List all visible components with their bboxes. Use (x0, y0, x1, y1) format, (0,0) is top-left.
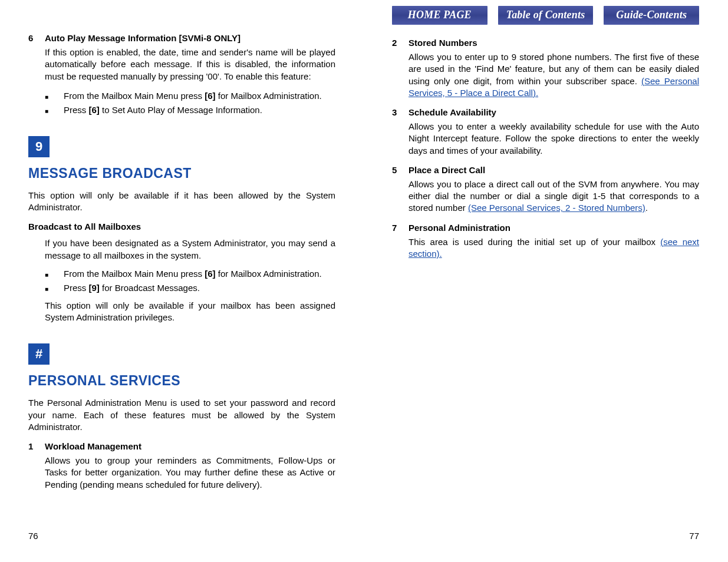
item-number: 1 (28, 441, 45, 491)
section-heading-personal-services: PERSONAL SERVICES (28, 373, 335, 389)
square-bullet-icon: ■ (45, 282, 64, 295)
square-bullet-icon: ■ (45, 104, 64, 117)
bullet-list: ■ From the Mailbox Main Menu press [6] f… (45, 90, 335, 117)
bullet-text: for Mailbox Administration. (216, 269, 322, 279)
guide-contents-button[interactable]: Guide-Contents (604, 6, 699, 25)
section-body: The Personal Administration Menu is used… (28, 397, 335, 433)
item-2: 2 Stored Numbers Allows you to enter up … (392, 38, 699, 99)
section-key-hash: # (28, 343, 50, 365)
page-right: HOME PAGE Table of Contents Guide-Conten… (364, 0, 727, 562)
item-title: Personal Administration (409, 223, 699, 233)
section-heading-broadcast: MESSAGE BROADCAST (28, 166, 335, 181)
bullet-list: ■ From the Mailbox Main Menu press [6] f… (45, 267, 335, 295)
item-5: 5 Place a Direct Call Allows you to plac… (392, 165, 699, 214)
key-ref: [9] (89, 283, 100, 293)
item-title: Place a Direct Call (409, 165, 699, 175)
bullet-text: From the Mailbox Main Menu press (64, 269, 205, 279)
item-body: Allows you to enter a weekly availabilit… (409, 121, 699, 157)
item-number: 2 (392, 38, 409, 99)
bullet-text: Press (64, 283, 89, 293)
subsection-body: If you have been designated as a System … (45, 237, 335, 262)
item-title: Stored Numbers (409, 38, 699, 48)
cross-ref-link[interactable]: (See Personal Services, 2 - Stored Numbe… (468, 203, 645, 213)
list-item: ■ Press [6] to Set Auto Play of Message … (45, 104, 335, 117)
item-3: 3 Schedule Availability Allows you to en… (392, 107, 699, 157)
list-item: ■ From the Mailbox Main Menu press [6] f… (45, 267, 335, 281)
page-number: 76 (28, 531, 38, 541)
home-page-button[interactable]: HOME PAGE (392, 6, 487, 25)
subsection-title: Broadcast to All Mailboxes (28, 222, 335, 232)
bullet-text: to Set Auto Play of Message Information. (100, 105, 262, 115)
bullet-text: From the Mailbox Main Menu press (64, 91, 205, 101)
bullet-text: for Mailbox Administration. (216, 91, 322, 101)
item-body: Allows you to group your reminders as Co… (45, 455, 335, 491)
table-of-contents-button[interactable]: Table of Contents (498, 6, 594, 25)
item-body: Allows you to enter up to 9 stored phone… (409, 51, 699, 99)
item-title: Schedule Availability (409, 107, 699, 117)
item-number: 6 (28, 33, 45, 82)
item-title: Workload Management (45, 441, 335, 451)
item-6: 6 Auto Play Message Information [SVMi-8 … (28, 33, 335, 82)
item-number: 7 (392, 223, 409, 260)
body-text: . (645, 203, 648, 213)
item-body: Allows you to place a direct call out of… (409, 178, 699, 214)
bullet-text: Press (64, 105, 89, 115)
list-item: ■ Press [9] for Broadcast Messages. (45, 282, 335, 295)
item-number: 5 (392, 165, 409, 214)
list-item: ■ From the Mailbox Main Menu press [6] f… (45, 90, 335, 103)
square-bullet-icon: ■ (45, 267, 64, 281)
item-title: Auto Play Message Information [SVMi-8 ON… (45, 33, 335, 43)
subsection-after: This option will only be available if yo… (45, 300, 335, 324)
bullet-text: for Broadcast Messages. (100, 283, 200, 293)
item-body: If this option is enabled, the date, tim… (45, 47, 335, 82)
key-ref: [6] (205, 91, 215, 101)
item-number: 3 (392, 107, 409, 157)
page-number: 77 (689, 531, 699, 541)
body-text: This area is used during the initial set… (409, 237, 660, 247)
section-key-9: 9 (28, 136, 50, 157)
key-ref: [6] (205, 269, 215, 279)
nav-bar: HOME PAGE Table of Contents Guide-Conten… (392, 6, 699, 25)
item-1: 1 Workload Management Allows you to grou… (28, 441, 335, 491)
key-ref: [6] (89, 105, 100, 115)
page-left: 6 Auto Play Message Information [SVMi-8 … (0, 0, 364, 562)
square-bullet-icon: ■ (45, 90, 64, 103)
item-7: 7 Personal Administration This area is u… (392, 223, 699, 260)
item-body: This area is used during the initial set… (409, 236, 699, 260)
section-body: This option will only be available if it… (28, 190, 335, 214)
